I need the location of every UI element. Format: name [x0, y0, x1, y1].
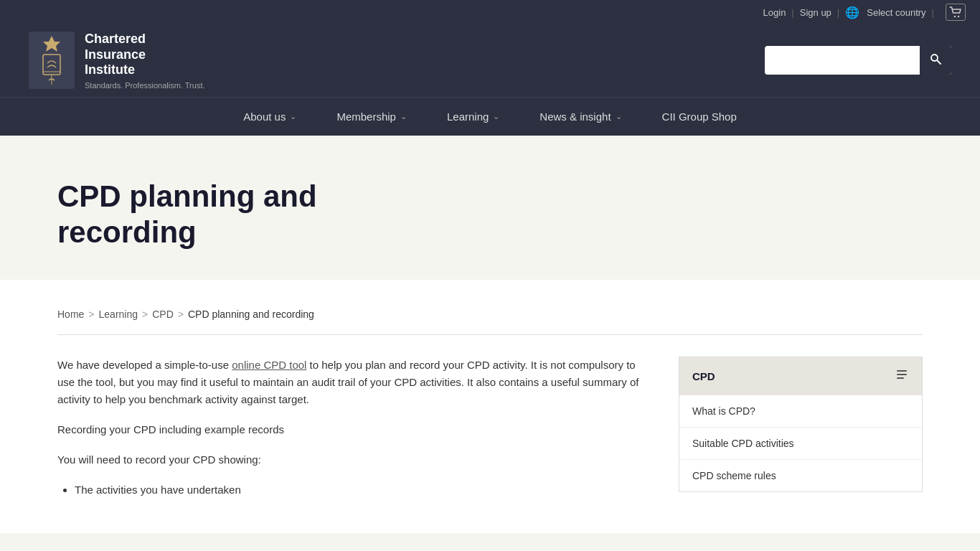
nav-item-about-us[interactable]: About us ⌄: [223, 98, 316, 136]
list-item: The activities you have undertaken: [75, 481, 650, 499]
signup-link[interactable]: Sign up: [800, 7, 831, 18]
sep2: |: [837, 7, 839, 18]
nav-item-shop[interactable]: CII Group Shop: [642, 98, 757, 136]
nav-item-membership[interactable]: Membership ⌄: [316, 98, 427, 136]
breadcrumb-home[interactable]: Home: [57, 309, 84, 320]
cpd-tool-link[interactable]: online CPD tool: [232, 359, 306, 371]
cart-icon[interactable]: [946, 4, 966, 21]
org-name: CharteredInsuranceInstitute: [85, 32, 205, 78]
breadcrumb-current: CPD planning and recording: [188, 309, 314, 320]
svg-rect-9: [897, 374, 907, 375]
sidebar-widget-links: What is CPD? Suitable CPD activities CPD…: [679, 395, 922, 491]
sidebar-link-what-is-cpd[interactable]: What is CPD?: [679, 395, 922, 428]
svg-rect-8: [897, 370, 907, 372]
page-title: CPD planning and recording: [57, 179, 430, 251]
main-col: We have developed a simple-to-use online…: [57, 357, 650, 504]
logo-text: CharteredInsuranceInstitute Standards. P…: [85, 32, 205, 90]
chevron-down-icon-membership: ⌄: [400, 112, 407, 121]
nav-label-learning: Learning: [447, 110, 489, 123]
paragraph1-prefix: We have developed a simple-to-use: [57, 359, 232, 371]
globe-icon: 🌐: [845, 6, 859, 19]
nav-label-membership: Membership: [336, 110, 396, 123]
search-input[interactable]: [765, 47, 920, 73]
sep3: |: [932, 7, 934, 18]
breadcrumb-sep1: >: [88, 309, 94, 320]
search-button[interactable]: [920, 46, 951, 75]
logo-crest: [29, 32, 75, 89]
sidebar-widget-header: CPD: [679, 357, 922, 395]
logo-area: CharteredInsuranceInstitute Standards. P…: [29, 32, 205, 90]
chevron-down-icon-about-us: ⌄: [290, 112, 296, 121]
breadcrumb-learning[interactable]: Learning: [99, 309, 138, 320]
svg-rect-10: [897, 377, 904, 379]
top-bar: Login | Sign up | 🌐 Select country |: [0, 0, 980, 24]
two-col-layout: We have developed a simple-to-use online…: [57, 357, 923, 504]
sidebar-link-suitable-cpd[interactable]: Suitable CPD activities: [679, 428, 922, 460]
nav-label-news-insight: News & insight: [540, 110, 611, 123]
header: CharteredInsuranceInstitute Standards. P…: [0, 24, 980, 97]
breadcrumb-sep2: >: [142, 309, 148, 320]
select-country-link[interactable]: Select country: [867, 7, 925, 18]
paragraph2: Recording your CPD including example rec…: [57, 421, 650, 438]
sidebar-col: CPD What is CPD? Suitable CPD activities: [679, 357, 923, 504]
sidebar-link-cpd-scheme-rules[interactable]: CPD scheme rules: [679, 460, 922, 491]
sidebar-widget: CPD What is CPD? Suitable CPD activities: [679, 357, 923, 492]
login-link[interactable]: Login: [763, 7, 786, 18]
sep1: |: [791, 7, 793, 18]
breadcrumb: Home > Learning > CPD > CPD planning and…: [57, 309, 923, 335]
cpd-list: The activities you have undertaken: [75, 481, 650, 499]
svg-point-1: [958, 16, 959, 17]
chevron-down-icon-news: ⌄: [616, 112, 622, 121]
nav-label-about-us: About us: [243, 110, 286, 123]
tagline: Standards. Professionalism. Trust.: [85, 81, 205, 90]
paragraph1: We have developed a simple-to-use online…: [57, 357, 650, 408]
breadcrumb-cpd[interactable]: CPD: [152, 309, 174, 320]
nav-item-news-insight[interactable]: News & insight ⌄: [519, 98, 641, 136]
sidebar-widget-title: CPD: [692, 370, 715, 382]
svg-line-7: [937, 60, 941, 64]
svg-point-0: [954, 16, 956, 17]
page-content: CPD planning and recording Home > Learni…: [0, 136, 980, 551]
nav-item-learning[interactable]: Learning ⌄: [427, 98, 519, 136]
chevron-down-icon-learning: ⌄: [493, 112, 499, 121]
sidebar-toggle-icon[interactable]: [895, 367, 909, 385]
hero: CPD planning and recording: [0, 136, 980, 280]
search-bar: [765, 46, 951, 75]
nav-bar: About us ⌄ Membership ⌄ Learning ⌄ News …: [0, 97, 980, 136]
paragraph3: You will need to record your CPD showing…: [57, 451, 650, 468]
content-area: Home > Learning > CPD > CPD planning and…: [0, 280, 980, 533]
nav-label-shop: CII Group Shop: [662, 110, 737, 123]
breadcrumb-sep3: >: [178, 309, 184, 320]
